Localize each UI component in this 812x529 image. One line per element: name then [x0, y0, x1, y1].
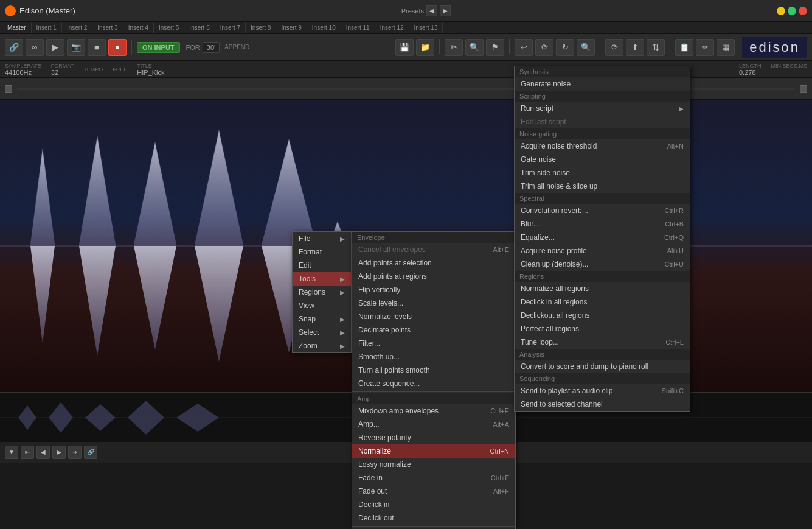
right-tool2[interactable]: ✏ — [696, 39, 714, 56]
tempo-label: TEMPO — [83, 66, 103, 72]
minsecs-label: MIN:SECS:MS — [771, 63, 807, 69]
cut-button[interactable]: ✂ — [445, 39, 463, 56]
format-info: FORMAT 32 — [51, 63, 74, 76]
mini-waveform-area — [0, 392, 812, 441]
free-info: FREE — [113, 66, 127, 72]
tab-insert3[interactable]: Insert 3 — [92, 22, 123, 33]
minimize-button[interactable] — [777, 7, 785, 15]
bottom-btn1[interactable]: ▼ — [5, 446, 18, 459]
maximize-button[interactable] — [788, 7, 796, 15]
separator5 — [670, 39, 670, 54]
edison-logo: edison — [742, 37, 807, 58]
free-label: FREE — [113, 66, 127, 72]
length-label: LENGTH — [739, 63, 762, 69]
length-value: 0.278 — [739, 69, 762, 76]
title-info-label: TITLE — [137, 63, 164, 69]
waveform-separator — [352, 526, 515, 527]
play-button[interactable]: ▶ — [46, 39, 64, 56]
separator2 — [439, 39, 440, 54]
scroll-left-btn[interactable] — [5, 85, 12, 93]
tools-declick-in[interactable]: Declick in — [352, 498, 515, 511]
mini-waveform-svg — [0, 393, 812, 442]
tab-insert12[interactable]: Insert 12 — [375, 22, 409, 33]
tab-insert9[interactable]: Insert 9 — [276, 22, 307, 33]
format-value: 32 — [51, 69, 74, 76]
tab-insert6[interactable]: Insert 6 — [184, 22, 215, 33]
bottom-controls: ▼ ⇤ ◀ ▶ ⇥ 🔗 — [0, 441, 812, 463]
camera-button[interactable]: 📷 — [67, 39, 85, 56]
undo-button[interactable]: ↩ — [515, 39, 533, 56]
for-value[interactable]: 30' — [203, 42, 220, 53]
title-info-value: HIP_Kick — [137, 69, 164, 76]
window-controls — [777, 7, 807, 15]
tab-insert11[interactable]: Insert 11 — [341, 22, 375, 33]
info-bar: SAMPLERATE 44100Hz FORMAT 32 TEMPO FREE … — [0, 61, 812, 78]
separator3 — [509, 39, 510, 54]
tab-insert10[interactable]: Insert 10 — [307, 22, 341, 33]
tool3-button[interactable]: ⇅ — [647, 39, 665, 56]
save-button[interactable]: 💾 — [395, 39, 414, 56]
bottom-btn6[interactable]: 🔗 — [84, 446, 97, 459]
repeat-button[interactable]: ↻ — [556, 39, 574, 56]
window-title: Edison (Master) — [19, 6, 75, 15]
tempo-info: TEMPO — [83, 66, 103, 72]
app-icon — [5, 5, 16, 16]
scroll-right-btn[interactable] — [800, 85, 807, 93]
zoom-button[interactable]: 🔍 — [577, 39, 595, 56]
presets-area: Presets ◀ ▶ — [401, 5, 451, 16]
samplerate-label: SAMPLERATE — [5, 63, 41, 69]
right-tool1[interactable]: 📋 — [675, 39, 693, 56]
waveform-area — [0, 100, 812, 392]
bottom-btn2[interactable]: ⇤ — [21, 446, 34, 459]
tools-fade-in[interactable]: Fade in Ctrl+F — [352, 471, 515, 485]
loop-button[interactable]: ∞ — [26, 39, 44, 56]
samplerate-info: SAMPLERATE 44100Hz — [5, 63, 41, 76]
stop-button[interactable]: ■ — [88, 39, 106, 56]
loop2-button[interactable]: ⟳ — [535, 39, 553, 56]
on-input-button[interactable]: ON INPUT — [137, 42, 180, 53]
append-label: APPEND — [224, 44, 249, 51]
bottom-btn3[interactable]: ◀ — [36, 446, 50, 459]
right-tool3[interactable]: ▦ — [717, 39, 735, 56]
length-info: LENGTH 0.278 — [739, 63, 762, 76]
title-bar: Edison (Master) Presets ◀ ▶ — [0, 0, 812, 22]
waveform-background — [0, 100, 812, 392]
tab-insert5[interactable]: Insert 5 — [154, 22, 184, 33]
bottom-btn5[interactable]: ⇥ — [68, 446, 82, 459]
separator4 — [600, 39, 600, 54]
nav-toolbar — [0, 78, 812, 100]
tab-insert4[interactable]: Insert 4 — [123, 22, 154, 33]
presets-label: Presets — [401, 7, 424, 15]
record-button[interactable]: ● — [108, 39, 127, 56]
main-toolbar: 🔗 ∞ ▶ 📷 ■ ● ON INPUT FOR 30' APPEND 💾 📁 … — [0, 34, 812, 61]
tools-declick-out[interactable]: Declick out — [352, 511, 515, 525]
search-button[interactable]: 🔍 — [465, 39, 484, 56]
separator1 — [131, 40, 132, 55]
tool2-button[interactable]: ⬆ — [626, 39, 644, 56]
bottom-btn4[interactable]: ▶ — [52, 446, 66, 459]
tool1-button[interactable]: ⟳ — [605, 39, 623, 56]
tab-insert8[interactable]: Insert 8 — [246, 22, 276, 33]
for-label: FOR — [186, 44, 200, 51]
tab-master[interactable]: Master — [2, 22, 32, 33]
waveform-svg — [0, 100, 812, 392]
preset-next-button[interactable]: ▶ — [440, 5, 451, 16]
tab-insert1[interactable]: Insert 1 — [32, 22, 62, 33]
tools-fade-out[interactable]: Fade out Alt+F — [352, 485, 515, 498]
insert-tabs: Master Insert 1 Insert 2 Insert 3 Insert… — [0, 22, 812, 34]
preset-prev-button[interactable]: ◀ — [426, 5, 437, 16]
format-label: FORMAT — [51, 63, 74, 69]
tab-insert7[interactable]: Insert 7 — [215, 22, 246, 33]
open-button[interactable]: 📁 — [416, 39, 434, 56]
scroll-track[interactable] — [17, 88, 795, 90]
title-info: TITLE HIP_Kick — [137, 63, 164, 76]
flag-button[interactable]: ⚑ — [486, 39, 504, 56]
samplerate-value: 44100Hz — [5, 69, 41, 76]
close-button[interactable] — [799, 7, 807, 15]
link-button[interactable]: 🔗 — [5, 39, 23, 56]
tab-insert2[interactable]: Insert 2 — [62, 22, 92, 33]
tab-insert13[interactable]: Insert 13 — [409, 22, 443, 33]
minsecs-info: MIN:SECS:MS — [771, 63, 807, 76]
